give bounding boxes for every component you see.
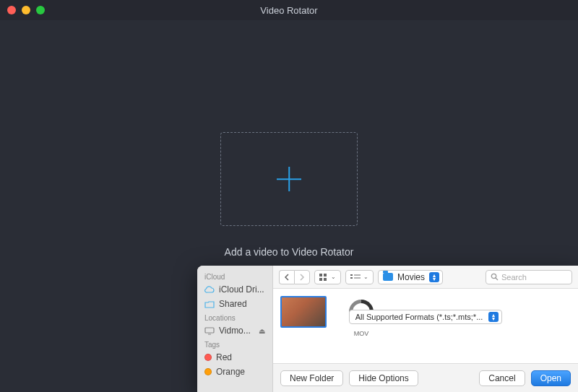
sidebar-section-icloud: iCloud — [197, 271, 272, 282]
dialog-toolbar: ⌄ ⌄ Movies ▴▾ Search — [273, 266, 578, 289]
cloud-icon — [204, 285, 215, 294]
svg-rect-0 — [205, 328, 214, 333]
sidebar-item-shared[interactable]: Shared — [197, 297, 272, 311]
chevron-right-icon — [299, 274, 305, 281]
sidebar-tag-orange[interactable]: Orange — [197, 365, 272, 379]
titlebar: Video Rotator — [0, 0, 578, 20]
shared-folder-icon — [204, 300, 215, 308]
chevron-left-icon — [284, 274, 290, 281]
folder-icon — [383, 273, 393, 281]
button-label: Open — [540, 373, 561, 383]
close-window-button[interactable] — [7, 6, 16, 14]
new-folder-button[interactable]: New Folder — [280, 370, 343, 386]
tag-color-dot — [204, 368, 212, 375]
sidebar-item-icloud-drive[interactable]: iCloud Dri... — [197, 282, 272, 297]
search-placeholder: Search — [501, 273, 527, 282]
sidebar-item-label: Orange — [216, 367, 245, 377]
svg-line-11 — [496, 278, 498, 280]
file-label: MOV — [354, 330, 369, 337]
location-label: Movies — [397, 272, 425, 282]
display-icon — [204, 326, 215, 335]
svg-rect-6 — [350, 274, 353, 276]
svg-rect-3 — [324, 274, 327, 276]
sidebar-item-label: Red — [216, 352, 232, 362]
dialog-bottom-bar: New Folder Hide Options Cancel Open — [273, 363, 578, 392]
dialog-main-pane: ⌄ ⌄ Movies ▴▾ Search — [273, 266, 578, 392]
chevron-down-icon: ⌄ — [331, 274, 336, 280]
svg-rect-5 — [324, 278, 327, 281]
plus-icon — [277, 167, 301, 191]
sidebar-item-label: iCloud Dri... — [219, 284, 264, 295]
nav-back-forward — [279, 270, 310, 284]
dropzone-caption: Add a video to Video Rotator — [225, 246, 354, 258]
minimize-window-button[interactable] — [22, 6, 30, 14]
format-filter-select[interactable]: All Supported Formats (*.ts;*.mts;*... ▴… — [349, 310, 503, 324]
button-label: Hide Options — [358, 373, 408, 383]
sidebar-section-tags: Tags — [197, 339, 272, 350]
sidebar-section-locations: Locations — [197, 313, 272, 323]
dialog-sidebar: iCloud iCloud Dri... Shared Locations Vi… — [197, 266, 273, 392]
hide-options-button[interactable]: Hide Options — [349, 370, 418, 386]
button-label: New Folder — [290, 373, 334, 383]
sidebar-item-volume[interactable]: Vidmo... ⏏ — [197, 323, 272, 338]
window-title: Video Rotator — [0, 5, 578, 16]
search-field[interactable]: Search — [486, 270, 572, 284]
format-filter-row: All Supported Formats (*.ts;*.mts;*... ▴… — [273, 310, 578, 324]
svg-rect-7 — [350, 277, 353, 279]
forward-button[interactable] — [294, 270, 310, 284]
sidebar-item-label: Shared — [219, 299, 247, 309]
sidebar-item-label: Vidmo... — [219, 326, 251, 336]
format-filter-label: All Supported Formats (*.ts;*.mts;*... — [355, 313, 483, 321]
add-video-dropzone[interactable] — [220, 132, 358, 226]
back-button[interactable] — [279, 270, 294, 284]
select-caret-icon: ▴▾ — [488, 312, 499, 322]
svg-rect-4 — [319, 278, 322, 281]
eject-icon[interactable]: ⏏ — [259, 327, 265, 335]
svg-point-10 — [491, 274, 496, 278]
cancel-button[interactable]: Cancel — [479, 370, 525, 386]
button-label: Cancel — [488, 373, 515, 383]
window-controls — [7, 6, 45, 14]
grid-icon — [319, 274, 328, 281]
view-mode-button[interactable]: ⌄ — [314, 270, 341, 284]
sidebar-tag-red[interactable]: Red — [197, 350, 272, 365]
open-button[interactable]: Open — [531, 370, 571, 386]
group-icon — [350, 274, 361, 281]
open-file-dialog: iCloud iCloud Dri... Shared Locations Vi… — [197, 266, 578, 392]
tag-color-dot — [204, 354, 212, 361]
search-icon — [491, 273, 499, 281]
location-popup[interactable]: Movies ▴▾ — [378, 270, 443, 284]
select-caret-icon: ▴▾ — [429, 272, 439, 282]
chevron-down-icon: ⌄ — [363, 274, 368, 280]
file-browser[interactable]: MOV All Supported Formats (*.ts;*.mts;*.… — [273, 289, 578, 363]
svg-rect-2 — [319, 274, 322, 276]
group-mode-button[interactable]: ⌄ — [345, 270, 374, 284]
zoom-window-button[interactable] — [36, 6, 45, 14]
